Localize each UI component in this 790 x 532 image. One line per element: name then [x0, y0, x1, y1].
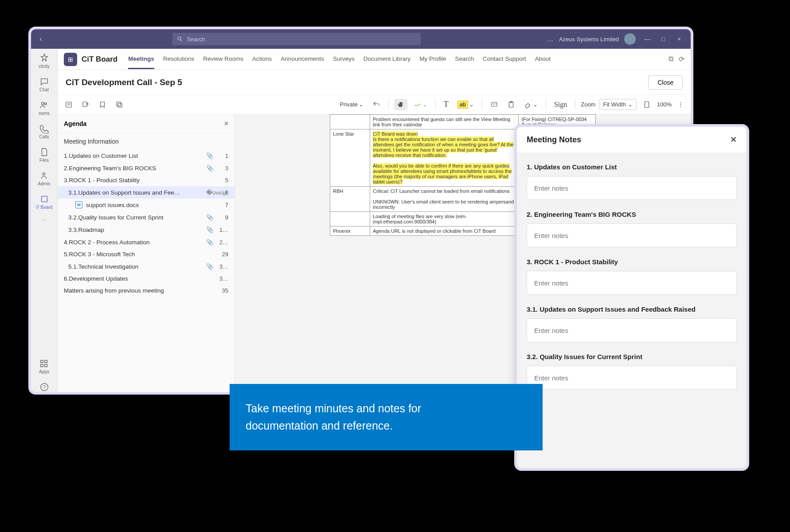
- tab-announcements[interactable]: Announcements: [281, 50, 324, 69]
- agenda-item[interactable]: Matters arising from previous meeting35: [58, 285, 235, 297]
- notes-input[interactable]: [527, 223, 737, 247]
- zoom-mode-select[interactable]: Fit Width ⌄: [599, 99, 636, 110]
- notes-input[interactable]: [527, 271, 737, 295]
- agenda-item-label: 3.3.Roadmap: [68, 227, 203, 233]
- svg-rect-8: [41, 364, 43, 367]
- window-minimize[interactable]: —: [639, 35, 655, 43]
- agenda-item[interactable]: 3.1.Updates on Support Issues and Fee…�o…: [58, 186, 235, 199]
- note-icon[interactable]: [62, 99, 75, 110]
- notes-input[interactable]: [527, 176, 737, 200]
- svg-rect-15: [83, 102, 87, 107]
- global-search[interactable]: Search: [172, 33, 421, 45]
- agenda-item-page: 29: [217, 251, 228, 258]
- tab-about[interactable]: About: [535, 50, 551, 69]
- hand-tool-icon[interactable]: [394, 99, 407, 110]
- page-icon[interactable]: [640, 99, 653, 110]
- tab-search[interactable]: Search: [455, 50, 474, 69]
- doc-cell: Agenda URL is not displayed or clickable…: [370, 227, 519, 236]
- tab-document-library[interactable]: Document Library: [364, 50, 411, 69]
- draw-icon[interactable]: ⌄: [411, 99, 430, 110]
- agenda-panel: Agenda× Meeting Information 1.Updates on…: [58, 114, 235, 392]
- svg-rect-6: [41, 360, 43, 363]
- tab-review-rooms[interactable]: Review Rooms: [203, 50, 243, 69]
- rail-citboard[interactable]: iT Board: [36, 194, 53, 210]
- rail-teams[interactable]: eams: [39, 100, 49, 116]
- text-tool-icon[interactable]: T: [441, 98, 451, 111]
- agenda-item[interactable]: 4.ROCK 2 - Process Automation📎2…: [58, 236, 235, 248]
- eraser-icon[interactable]: ⌄: [521, 99, 540, 110]
- agenda-item[interactable]: Wsupport issues.docx7: [58, 199, 235, 211]
- agenda-subhead: Meeting Information: [58, 133, 235, 149]
- rail-files[interactable]: Files: [39, 147, 49, 163]
- sign-button[interactable]: Sign: [551, 99, 570, 110]
- files-icon: [39, 147, 49, 157]
- window-maximize[interactable]: □: [655, 35, 671, 43]
- notes-close-icon[interactable]: ✕: [730, 135, 737, 145]
- agenda-item[interactable]: 6.Development Updates3…: [58, 273, 235, 285]
- svg-point-2: [42, 102, 44, 105]
- attachment-icon: 📎: [206, 152, 213, 159]
- zoom-percent: 100%: [657, 101, 672, 108]
- agenda-item[interactable]: 3.ROCK 1 - Product Stability5: [58, 174, 235, 186]
- doc-cell: Problem encountered that guests can stil…: [370, 115, 519, 129]
- dots-icon[interactable]: …: [547, 35, 554, 43]
- tab-resolutions[interactable]: Resolutions: [163, 50, 195, 69]
- agenda-item-page: 2…: [217, 239, 228, 246]
- tab-contact-support[interactable]: Contact Support: [483, 50, 526, 69]
- rail-activity[interactable]: ctivity: [39, 53, 50, 69]
- notes-section: 2. Engineering Team's BIG ROCKS: [527, 211, 737, 247]
- agenda-item-label: 3.ROCK 1 - Product Stability: [64, 177, 203, 184]
- annotate-icon[interactable]: [79, 99, 92, 110]
- close-button[interactable]: Close: [648, 75, 683, 90]
- more-icon[interactable]: ⋮: [675, 99, 686, 110]
- popout-icon[interactable]: ⧉: [669, 55, 673, 63]
- agenda-item[interactable]: 2.Engineering Team's BIG ROCKS📎3: [58, 162, 235, 174]
- page-header: CiT Development Call - Sep 5 Close: [58, 70, 691, 95]
- rail-apps[interactable]: Apps: [39, 359, 49, 374]
- tab-actions[interactable]: Actions: [252, 50, 272, 69]
- agenda-item-label: support issues.docx: [86, 202, 203, 208]
- bookmark-icon[interactable]: [96, 99, 109, 110]
- notes-input[interactable]: [527, 318, 737, 342]
- doc-cell: [330, 115, 370, 129]
- word-icon: W: [75, 201, 82, 208]
- clipboard-icon[interactable]: [505, 99, 518, 110]
- agenda-item-page: 6: [217, 189, 228, 196]
- rail-admin[interactable]: Admin: [38, 171, 50, 186]
- highlight-tool[interactable]: ab ⌄: [455, 99, 477, 110]
- agenda-item[interactable]: 5.1.Technical Investigation📎3…: [58, 260, 235, 273]
- rail-chat[interactable]: Chat: [39, 77, 49, 92]
- rail-more[interactable]: ···: [42, 218, 46, 223]
- agenda-item[interactable]: 3.2.Quality Issues for Current Sprint📎9: [58, 211, 235, 223]
- copy-icon[interactable]: [113, 99, 126, 110]
- tab-my-profile[interactable]: My Profile: [419, 50, 446, 69]
- activity-icon: [39, 53, 49, 63]
- tab-surveys[interactable]: Surveys: [333, 50, 355, 69]
- comment-icon[interactable]: [488, 99, 501, 110]
- notes-title: Meeting Notes: [527, 135, 581, 145]
- app-logo-icon: ⊞: [64, 53, 77, 66]
- agenda-item-label: 5.ROCK 3 - Microsoft Tech: [64, 251, 203, 258]
- doc-cell: Loading of meeting files are very slow (…: [370, 212, 519, 227]
- agenda-item[interactable]: 1.Updates on Customer List📎1: [58, 149, 235, 162]
- notes-section: 1. Updates on Customer List: [527, 163, 737, 200]
- tab-meetings[interactable]: Meetings: [128, 50, 154, 69]
- notes-section-title: 2. Engineering Team's BIG ROCKS: [527, 211, 737, 218]
- agenda-close-icon[interactable]: ×: [224, 120, 228, 128]
- agenda-item-page: 5: [217, 177, 228, 184]
- rail-calls[interactable]: Calls: [39, 124, 49, 139]
- svg-rect-12: [66, 102, 71, 107]
- notes-input[interactable]: [527, 366, 737, 390]
- back-button[interactable]: ‹: [35, 35, 47, 43]
- callout-overlay: Take meeting minutes and notes for docum…: [230, 384, 543, 450]
- privacy-dropdown[interactable]: Private ⌄: [337, 99, 366, 110]
- agenda-item[interactable]: 3.3.Roadmap📎1…: [58, 223, 235, 236]
- rail-help[interactable]: ?: [39, 382, 49, 392]
- agenda-item-label: Matters arising from previous meeting: [64, 287, 203, 294]
- undo-icon[interactable]: [370, 99, 383, 110]
- agenda-item[interactable]: 5.ROCK 3 - Microsoft Tech29: [58, 248, 235, 260]
- user-avatar[interactable]: [624, 33, 636, 45]
- window-close[interactable]: ×: [671, 35, 687, 43]
- refresh-icon[interactable]: ⟳: [679, 55, 684, 63]
- calls-icon: [39, 124, 49, 133]
